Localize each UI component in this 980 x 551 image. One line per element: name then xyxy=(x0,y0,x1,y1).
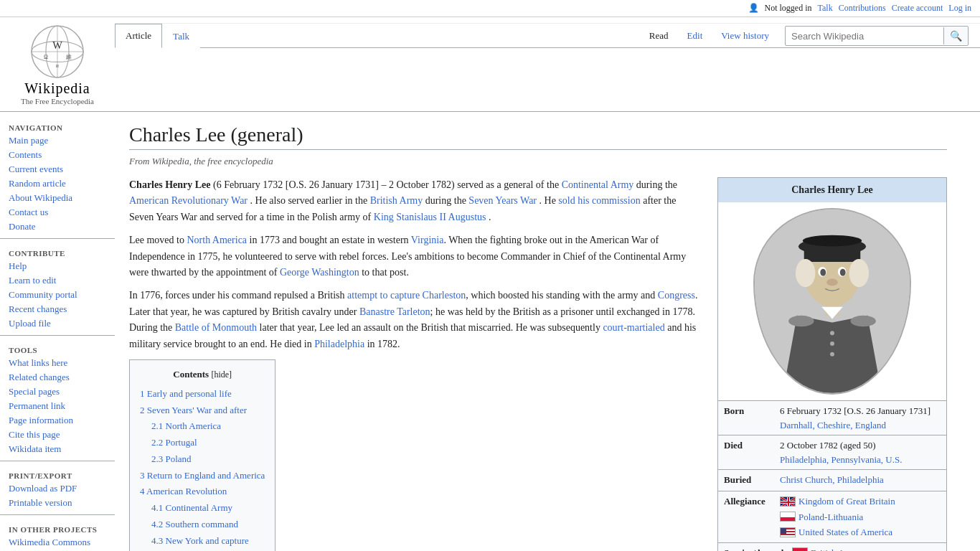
tools-section-title: Tools xyxy=(0,340,115,356)
toc-item-2-1: 2.1 North America xyxy=(151,419,265,434)
sidebar-item-about[interactable]: About Wikipedia xyxy=(0,191,115,205)
attempt-charleston-link[interactable]: attempt to capture Charleston xyxy=(347,290,466,301)
svg-point-23 xyxy=(851,316,876,327)
tab-talk[interactable]: Talk xyxy=(162,24,200,48)
content-wrap: Navigation Main page Contents Current ev… xyxy=(0,112,980,551)
toc-item-3: 3 Return to England and America xyxy=(140,468,265,484)
sidebar-item-recent-changes[interactable]: Recent changes xyxy=(0,302,115,316)
philadelphia-link[interactable]: Philadelphia xyxy=(314,339,364,349)
search-bar: 🔍 xyxy=(785,26,969,46)
sidebar-item-wikimedia[interactable]: Wikimedia Commons xyxy=(0,535,115,550)
sidebar-item-what-links[interactable]: What links here xyxy=(0,356,115,370)
search-button[interactable]: 🔍 xyxy=(943,27,968,44)
sidebar: Navigation Main page Contents Current ev… xyxy=(0,112,115,551)
north-america-link[interactable]: North America xyxy=(187,235,247,245)
article-title: Charles Lee (general) xyxy=(129,123,947,150)
tab-article[interactable]: Article xyxy=(115,24,162,48)
portrait xyxy=(753,208,911,395)
allegiance-label: Allegiance xyxy=(724,494,774,509)
george-washington-link[interactable]: George Washington xyxy=(280,267,359,278)
toc-link-4[interactable]: 4 American Revolution xyxy=(140,486,227,496)
sidebar-item-upload[interactable]: Upload file xyxy=(0,316,115,331)
born-value: 6 February 1732 [O.S. 26 January 1731] D… xyxy=(780,404,941,432)
site-title: Wikipedia xyxy=(24,80,90,97)
toc-link-2-1[interactable]: 2.1 North America xyxy=(151,420,221,431)
continental-army-link-text[interactable]: Continental Army xyxy=(562,179,634,190)
toc-link-4-3[interactable]: 4.3 New York and capture xyxy=(151,535,249,546)
service-value: British Army Polish-Lithuanian Army Cont… xyxy=(792,546,941,551)
search-input[interactable] xyxy=(786,28,943,44)
sidebar-item-related-changes[interactable]: Related changes xyxy=(0,370,115,385)
banastre-link[interactable]: Banastre Tarleton xyxy=(359,306,430,317)
kingdom-gb-link[interactable]: Kingdom of Great Britain xyxy=(798,494,895,509)
svg-text:Ω: Ω xyxy=(44,54,48,60)
toc-link-1[interactable]: 1 Early and personal life xyxy=(140,388,232,399)
create-account-link[interactable]: Create account xyxy=(892,3,943,14)
flag-british-army xyxy=(792,547,808,551)
flag-gb xyxy=(780,496,796,507)
sidebar-item-help[interactable]: Help xyxy=(0,259,115,273)
toc-link-3[interactable]: 3 Return to England and America xyxy=(140,470,265,481)
infobox-buried-row: Buried Christ Church, Philadelphia xyxy=(718,469,946,491)
wikipedia-logo: W Ω 維 и xyxy=(29,23,86,80)
toc-item-2-2: 2.2 Portugal xyxy=(151,435,265,451)
born-place-link[interactable]: Darnhall, Cheshire, England xyxy=(780,420,886,430)
toc-link-4-2[interactable]: 4.2 Southern command xyxy=(151,519,238,529)
sidebar-item-contents[interactable]: Contents xyxy=(0,148,115,162)
toc-item-2: 2 Seven Years' War and after xyxy=(140,403,265,418)
usa-link[interactable]: United States of America xyxy=(798,525,892,540)
seven-years-link[interactable]: Seven Years War xyxy=(468,195,537,206)
action-edit[interactable]: Edit xyxy=(679,24,712,47)
not-logged-in-text: Not logged in xyxy=(765,3,812,14)
poland-lithuania-link[interactable]: Poland-Lithuania xyxy=(798,510,863,524)
svg-point-18 xyxy=(820,269,826,276)
sidebar-item-community[interactable]: Community portal xyxy=(0,288,115,302)
top-bar: 👤 Not logged in Talk Contributions Creat… xyxy=(0,0,980,17)
sidebar-item-permanent-link[interactable]: Permanent link xyxy=(0,399,115,413)
toc-link-4-1[interactable]: 4.1 Continental Army xyxy=(151,502,232,513)
svg-text:維: 維 xyxy=(65,54,72,60)
log-in-link[interactable]: Log in xyxy=(948,3,971,14)
sidebar-item-random[interactable]: Random article xyxy=(0,176,115,191)
talk-link[interactable]: Talk xyxy=(818,3,833,14)
sidebar-item-contact[interactable]: Contact us xyxy=(0,205,115,220)
contributions-link[interactable]: Contributions xyxy=(839,3,886,14)
infobox-born-row: Born 6 February 1732 [O.S. 26 January 17… xyxy=(718,400,946,435)
toc-link-2[interactable]: 2 Seven Years' War and after xyxy=(140,405,247,415)
toc-item-4-1: 4.1 Continental Army xyxy=(151,501,265,516)
battle-monmouth-link[interactable]: Battle of Monmouth xyxy=(175,322,257,333)
svg-point-25 xyxy=(830,342,834,346)
british-army-link-text[interactable]: British Army xyxy=(370,195,423,206)
action-read[interactable]: Read xyxy=(641,24,677,47)
svg-rect-37 xyxy=(781,517,796,522)
died-place-link[interactable]: Philadelphia, Pennsylvania, U.S. xyxy=(780,454,902,465)
american-rev-link[interactable]: American Revolutionary War xyxy=(129,195,248,206)
flag-us xyxy=(780,527,796,537)
main-content: Charles Lee (general) From Wikipedia, th… xyxy=(115,112,961,551)
svg-rect-36 xyxy=(781,512,796,517)
buried-place-link[interactable]: Christ Church, Philadelphia xyxy=(780,474,884,485)
article-subtitle: From Wikipedia, the free encyclopedia xyxy=(129,156,947,167)
infobox: Charles Henry Lee xyxy=(717,177,947,551)
court-martialed-link[interactable]: court-martialed xyxy=(603,322,664,333)
sidebar-item-wikidata[interactable]: Wikidata item xyxy=(0,442,115,456)
congress-link[interactable]: Congress xyxy=(658,290,695,301)
sold-commission-link[interactable]: sold his commission xyxy=(558,195,640,206)
toc-link-2-3[interactable]: 2.3 Poland xyxy=(151,453,192,464)
sidebar-item-learn-edit[interactable]: Learn to edit xyxy=(0,273,115,288)
toc-link-2-2[interactable]: 2.2 Portugal xyxy=(151,437,197,448)
virginia-link[interactable]: Virginia xyxy=(411,235,444,245)
sidebar-item-donate[interactable]: Donate xyxy=(0,220,115,234)
action-view-history[interactable]: View history xyxy=(712,24,778,47)
sidebar-item-main-page[interactable]: Main page xyxy=(0,133,115,148)
logo-area: W Ω 維 и Wikipedia The Free Encyclopedia xyxy=(0,17,115,111)
sidebar-item-current-events[interactable]: Current events xyxy=(0,162,115,176)
sidebar-item-special-pages[interactable]: Special pages xyxy=(0,385,115,399)
british-army-link[interactable]: British Army xyxy=(811,546,859,551)
sidebar-item-page-info[interactable]: Page information xyxy=(0,413,115,428)
sidebar-item-download-pdf[interactable]: Download as PDF xyxy=(0,481,115,496)
toc-hide[interactable]: [hide] xyxy=(211,369,232,380)
sidebar-item-cite[interactable]: Cite this page xyxy=(0,428,115,442)
sidebar-item-printable[interactable]: Printable version xyxy=(0,496,115,510)
king-stanislaus-link[interactable]: King Stanislaus II Augustus xyxy=(374,212,486,222)
